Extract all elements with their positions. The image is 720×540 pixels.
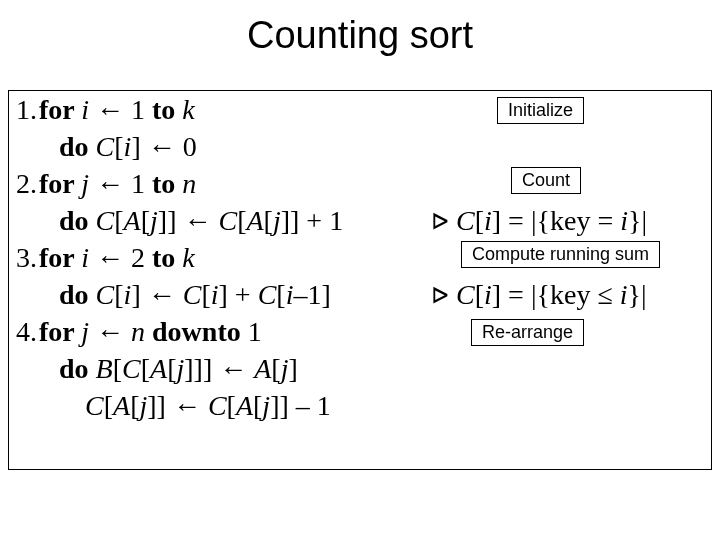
var: i — [81, 94, 89, 125]
var: C — [85, 390, 104, 421]
text: ]] ← — [147, 390, 208, 421]
tag-text: Compute running sum — [461, 241, 660, 268]
text: ]]] ← — [184, 353, 254, 384]
kw-downto: downto — [145, 316, 248, 347]
text: ← — [89, 316, 131, 347]
var: C — [96, 205, 115, 236]
kw-do: do — [59, 205, 96, 236]
text: ] — [288, 353, 297, 384]
slide-title: Counting sort — [0, 0, 720, 65]
kw-for: for — [39, 316, 81, 347]
code-line: 2.for j ← 1 to n — [11, 165, 343, 202]
var: i — [211, 279, 219, 310]
var: A — [113, 390, 130, 421]
label-running-sum: Compute running sum — [461, 241, 660, 268]
var: A — [236, 390, 253, 421]
kw-to: to — [152, 168, 182, 199]
kw-to: to — [152, 242, 182, 273]
kw-for: for — [39, 242, 81, 273]
var: i — [620, 279, 628, 310]
text: 1 — [248, 316, 262, 347]
var: j — [273, 205, 281, 236]
var: i — [81, 242, 89, 273]
code-line: C[A[j]] ← C[A[j]] – 1 — [11, 387, 343, 424]
line-number: 4. — [11, 313, 37, 350]
kw-do: do — [59, 353, 96, 384]
var: C — [122, 353, 141, 384]
text: [ — [114, 131, 123, 162]
var: j — [81, 168, 89, 199]
var: i — [484, 279, 492, 310]
label-count: Count — [511, 167, 581, 194]
var: C — [218, 205, 237, 236]
var: A — [150, 353, 167, 384]
slide: Counting sort 1.for i ← 1 to k do C[i] ←… — [0, 0, 720, 540]
line-number: 3. — [11, 239, 37, 276]
tag-text: Initialize — [497, 97, 584, 124]
code-line: 3.for i ← 2 to k — [11, 239, 343, 276]
line-number: 1. — [11, 91, 37, 128]
text: [ — [113, 353, 122, 384]
text: ] ← 0 — [131, 131, 196, 162]
triangle-icon: ⊳ — [431, 278, 449, 311]
text: [ — [114, 205, 123, 236]
text: [ — [271, 353, 280, 384]
code-line: do C[A[j]] ← C[A[j]] + 1 — [11, 202, 343, 239]
note-running-sum: ⊳ C[i] = |{key ≤ i}| — [429, 278, 647, 311]
text: [ — [264, 205, 273, 236]
text: [ — [141, 205, 150, 236]
text: [ — [227, 390, 236, 421]
kw-for: for — [39, 168, 81, 199]
var: j — [150, 205, 158, 236]
label-rearrange: Re-arrange — [471, 319, 584, 346]
line-number: 2. — [11, 165, 37, 202]
text: ← 1 — [89, 168, 152, 199]
code-line: do B[C[A[j]]] ← A[j] — [11, 350, 343, 387]
text: ← 2 — [89, 242, 152, 273]
var: A — [246, 205, 263, 236]
text: ] + — [219, 279, 258, 310]
text: ] = |{key = — [492, 205, 620, 236]
var: A — [254, 353, 271, 384]
text: [ — [114, 279, 123, 310]
text: [ — [475, 205, 484, 236]
code-line: 1.for i ← 1 to k — [11, 91, 343, 128]
text: [ — [276, 279, 285, 310]
var: n — [182, 168, 196, 199]
var: i — [620, 205, 628, 236]
text: [ — [141, 353, 150, 384]
var: j — [81, 316, 89, 347]
var: k — [182, 94, 194, 125]
text: [ — [253, 390, 262, 421]
text: ]] – 1 — [270, 390, 331, 421]
var: A — [124, 205, 141, 236]
pseudocode: 1.for i ← 1 to k do C[i] ← 0 2.for j ← 1… — [11, 91, 343, 424]
kw-do: do — [59, 279, 96, 310]
text: }| — [628, 279, 647, 310]
kw-for: for — [39, 94, 81, 125]
text: ]] + 1 — [281, 205, 343, 236]
kw-to: to — [152, 94, 182, 125]
tag-text: Count — [511, 167, 581, 194]
var: C — [258, 279, 277, 310]
var: n — [131, 316, 145, 347]
label-initialize: Initialize — [497, 97, 584, 124]
var: C — [456, 279, 475, 310]
var: C — [96, 131, 115, 162]
code-box: 1.for i ← 1 to k do C[i] ← 0 2.for j ← 1… — [8, 90, 712, 470]
text: ] = |{key ≤ — [492, 279, 620, 310]
text: [ — [104, 390, 113, 421]
var: B — [96, 353, 113, 384]
text: ← 1 — [89, 94, 152, 125]
note-count: ⊳ C[i] = |{key = i}| — [429, 204, 647, 237]
text: –1] — [293, 279, 330, 310]
var: j — [262, 390, 270, 421]
text: ] ← — [131, 279, 182, 310]
triangle-icon: ⊳ — [431, 204, 449, 237]
text: [ — [475, 279, 484, 310]
var: C — [208, 390, 227, 421]
var: C — [96, 279, 115, 310]
text: ]] ← — [158, 205, 219, 236]
var: k — [182, 242, 194, 273]
var: C — [456, 205, 475, 236]
